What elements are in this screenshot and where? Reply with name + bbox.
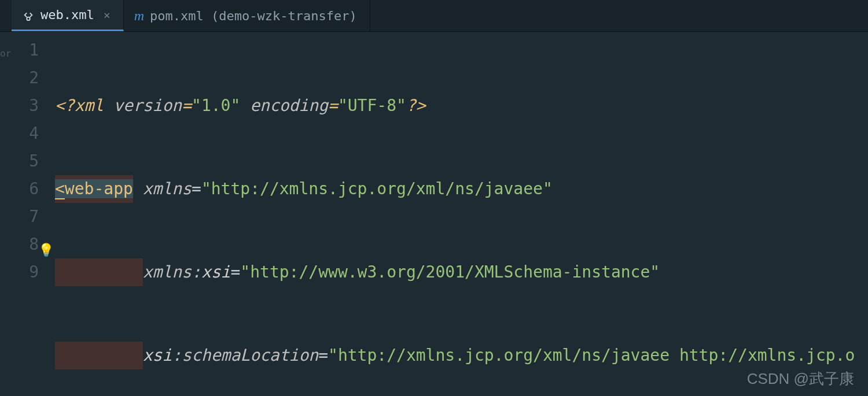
code-line: <?xml version="1.0" encoding="UTF-8"?>: [55, 92, 868, 120]
line-number: 5: [12, 147, 39, 175]
line-number: 9: [12, 258, 39, 286]
tab-bar: web.xml × m pom.xml (demo-wzk-transfer): [0, 0, 868, 32]
left-margin: or: [0, 32, 12, 396]
code-editor[interactable]: or 1 2 3 4 5 6 7 8 9 💡 <?xml version="1.…: [0, 32, 868, 396]
code-area[interactable]: <?xml version="1.0" encoding="UTF-8"?> <…: [55, 32, 868, 396]
tab-pomxml[interactable]: m pom.xml (demo-wzk-transfer): [124, 0, 370, 31]
close-icon[interactable]: ×: [104, 8, 111, 22]
line-number: 3: [12, 92, 39, 120]
line-number: 8: [12, 231, 39, 258]
tab-webxml[interactable]: web.xml ×: [12, 0, 124, 31]
lightbulb-icon[interactable]: 💡: [38, 236, 54, 264]
xml-file-icon: [22, 9, 35, 21]
maven-file-icon: m: [134, 8, 144, 24]
code-line: xsi:schemaLocation="http://xmlns.jcp.org…: [55, 342, 868, 369]
svg-point-0: [27, 17, 30, 20]
tab-label: web.xml: [41, 8, 94, 22]
line-gutter: 1 2 3 4 5 6 7 8 9 💡: [12, 32, 55, 396]
line-number: 6: [12, 175, 39, 203]
line-number: 1: [12, 36, 39, 64]
line-number: 4: [12, 120, 39, 147]
tab-label: pom.xml (demo-wzk-transfer): [150, 9, 357, 23]
code-line: xmlns:xsi="http://www.w3.org/2001/XMLSch…: [55, 258, 868, 286]
line-number: 7: [12, 203, 39, 231]
code-line: <web-app xmlns="http://xmlns.jcp.org/xml…: [55, 175, 868, 203]
watermark: CSDN @武子康: [747, 369, 854, 389]
line-number: 2: [12, 64, 39, 92]
